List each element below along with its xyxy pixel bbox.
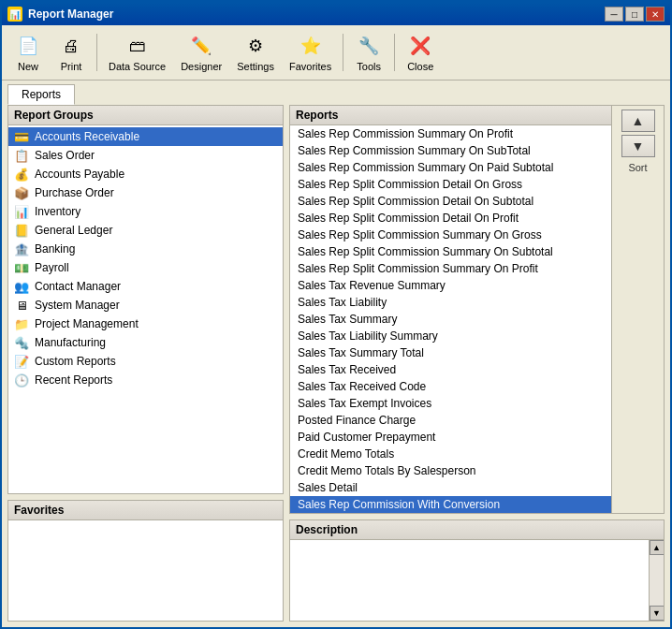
report-item[interactable]: Sales Tax Received Code [290,378,611,395]
report-item[interactable]: Sales Rep Split Commission Detail On Sub… [290,193,611,210]
report-item[interactable]: Paid Customer Prepayment [290,429,611,446]
group-label-project-management: Project Management [35,317,139,330]
settings-button[interactable]: ⚙ Settings [230,29,281,76]
report-item[interactable]: Sales Rep Commission With Conversion [290,496,611,513]
description-header: Description [290,520,664,540]
report-groups-box: Report Groups 💳Accounts Receivable📋Sales… [7,105,284,494]
toolbar-sep-3 [394,34,395,71]
desc-scroll-down[interactable]: ▼ [650,606,665,621]
print-button[interactable]: 🖨 Print [51,29,92,76]
designer-button[interactable]: ✏️ Designer [174,29,228,76]
new-icon: 📄 [15,33,41,59]
group-label-purchase-order: Purchase Order [35,186,114,199]
report-item[interactable]: Sales Tax Summary Total [290,344,611,361]
group-item-accounts-receivable[interactable]: 💳Accounts Receivable [8,127,283,146]
group-label-contact-manager: Contact Manager [35,280,121,293]
app-icon: 📊 [7,7,22,22]
datasource-icon: 🗃 [124,33,151,59]
group-icon-purchase-order: 📦 [14,185,29,200]
report-item[interactable]: Credit Memo Totals [290,446,611,462]
tools-button[interactable]: 🔧 Tools [348,29,389,76]
group-label-accounts-receivable: Accounts Receivable [35,130,139,143]
title-bar-left: 📊 Report Manager [7,7,113,22]
group-item-custom-reports[interactable]: 📝Custom Reports [8,352,283,371]
sort-panel: ▲ ▼ Sort [611,106,664,513]
group-item-manufacturing[interactable]: 🔩Manufacturing [8,333,283,352]
group-item-payroll[interactable]: 💵Payroll [8,258,283,277]
group-label-general-ledger: General Ledger [35,224,112,237]
datasource-button[interactable]: 🗃 Data Source [102,29,172,76]
report-item[interactable]: Sales Rep Split Commission Summary On Gr… [290,227,611,243]
report-item[interactable]: Sales Tax Summary [290,311,611,328]
report-item[interactable]: Sales Tax Exempt Invoices [290,395,611,412]
report-item[interactable]: Sales Rep Commission Summary On SubTotal [290,142,611,159]
title-bar: 📊 Report Manager ─ □ ✕ [2,3,670,25]
new-button[interactable]: 📄 New [7,29,49,76]
toolbar-sep-1 [96,34,97,71]
group-item-project-management[interactable]: 📁Project Management [8,314,283,333]
reports-list[interactable]: Sales Rep Commission Summary On ProfitSa… [290,125,611,513]
group-icon-inventory: 📊 [14,204,29,219]
group-item-recent-reports[interactable]: 🕒Recent Reports [8,371,283,389]
reports-header: Reports [290,106,611,125]
toolbar: 📄 New 🖨 Print 🗃 Data Source ✏️ Designer … [2,25,670,80]
report-item[interactable]: Sales Rep Split Commission Summary On Su… [290,243,611,260]
report-groups-header: Report Groups [8,106,283,125]
close-button[interactable]: ❌ Close [400,29,441,76]
description-content [290,540,649,621]
desc-scroll-up[interactable]: ▲ [650,540,665,555]
group-item-accounts-payable[interactable]: 💰Accounts Payable [8,165,283,183]
report-item[interactable]: Sales Tax Liability Summary [290,328,611,344]
left-panel: Report Groups 💳Accounts Receivable📋Sales… [7,105,284,622]
close-icon: ❌ [407,33,433,59]
group-label-inventory: Inventory [35,205,80,218]
minimize-button[interactable]: ─ [605,7,623,22]
report-item[interactable]: Sales Tax Received [290,361,611,378]
report-item[interactable]: Sales Rep Split Commission Detail On Pro… [290,210,611,227]
group-list: 💳Accounts Receivable📋Sales Order💰Account… [8,125,283,494]
report-item[interactable]: Posted Finance Charge [290,412,611,429]
description-box: Description ▲ ▼ [289,519,665,622]
reports-box: Reports Sales Rep Commission Summary On … [289,105,665,514]
designer-icon: ✏️ [188,33,214,59]
report-item[interactable]: Credit Memo Totals By Salesperson [290,462,611,479]
report-item[interactable]: Sales Tax Liability [290,294,611,311]
group-label-system-manager: System Manager [35,299,120,312]
report-item[interactable]: Sales Rep Split Commission Summary On Pr… [290,260,611,277]
group-icon-manufacturing: 🔩 [14,335,29,350]
group-icon-sales-order: 📋 [14,148,29,163]
group-item-inventory[interactable]: 📊Inventory [8,202,283,221]
window-title: Report Manager [28,7,113,21]
close-window-button[interactable]: ✕ [646,7,665,22]
reports-list-area: Reports Sales Rep Commission Summary On … [290,106,611,513]
favorites-button[interactable]: ⭐ Favorites [283,29,338,76]
maximize-button[interactable]: □ [625,7,644,22]
desc-scrollbar: ▲ ▼ [649,540,664,621]
group-label-accounts-payable: Accounts Payable [35,168,124,181]
group-icon-general-ledger: 📒 [14,223,29,238]
group-icon-banking: 🏦 [14,241,29,256]
group-icon-payroll: 💵 [14,260,29,275]
sort-up-button[interactable]: ▲ [621,110,655,132]
tab-bar: Reports [2,80,670,105]
report-item[interactable]: Sales Tax Revenue Summary [290,277,611,294]
group-icon-system-manager: 🖥 [14,298,29,313]
report-item[interactable]: Sales Rep Split Commission Detail On Gro… [290,176,611,193]
group-item-sales-order[interactable]: 📋Sales Order [8,146,283,165]
group-label-payroll: Payroll [35,261,69,274]
report-item[interactable]: Sales Rep Commission Summary On Profit [290,125,611,142]
settings-icon: ⚙ [242,33,269,59]
group-item-banking[interactable]: 🏦Banking [8,240,283,258]
group-item-purchase-order[interactable]: 📦Purchase Order [8,183,283,202]
right-panel: Reports Sales Rep Commission Summary On … [289,105,665,622]
group-item-contact-manager[interactable]: 👥Contact Manager [8,277,283,296]
group-item-general-ledger[interactable]: 📒General Ledger [8,221,283,240]
report-item[interactable]: Sales Rep Commission Summary On Paid Sub… [290,159,611,176]
group-icon-custom-reports: 📝 [14,354,29,369]
desc-scroll-track [650,555,664,606]
tab-reports[interactable]: Reports [7,84,75,105]
group-item-system-manager[interactable]: 🖥System Manager [8,296,283,314]
sort-down-button[interactable]: ▼ [621,135,655,157]
report-item[interactable]: Sales Detail [290,479,611,496]
favorites-box: Favorites [7,500,284,622]
